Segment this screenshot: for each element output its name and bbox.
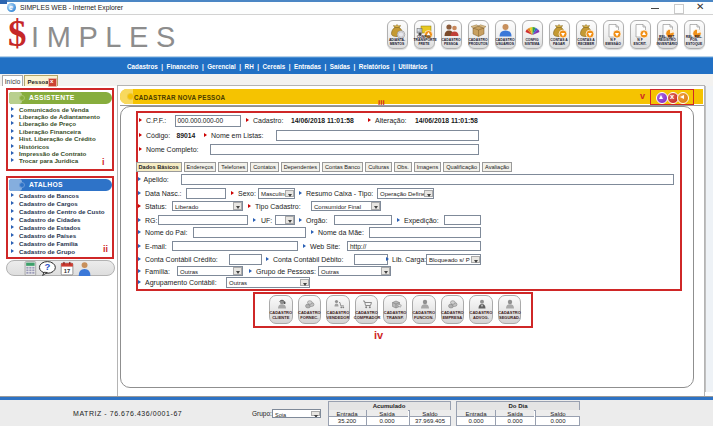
svg-text:?: ? (44, 261, 50, 272)
svg-text:17: 17 (64, 267, 70, 273)
